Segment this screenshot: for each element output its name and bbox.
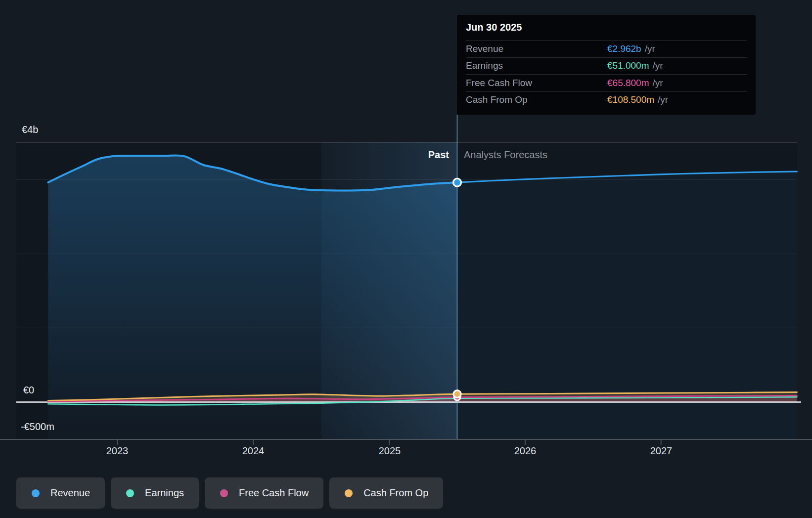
legend-item-cash-from-op[interactable]: Cash From Op (329, 477, 443, 509)
x-axis-label-2025: 2025 (379, 444, 401, 458)
analysts-forecasts-label: Analysts Forecasts (464, 148, 547, 162)
tooltip-value: €2.962b (607, 43, 641, 54)
y-axis-label-neg500m: -€500m (21, 420, 54, 433)
x-axis-label-2024: 2024 (242, 444, 265, 458)
tooltip-unit: /yr (645, 43, 655, 54)
x-axis-label-2027: 2027 (650, 444, 673, 458)
cash-from-op-dot-icon (345, 489, 353, 497)
tooltip-label: Earnings (466, 60, 503, 71)
legend-item-earnings[interactable]: Earnings (111, 477, 199, 509)
x-axis-label-2026: 2026 (514, 444, 537, 458)
tooltip-row-earnings: Earnings €51.000m/yr (466, 57, 747, 75)
tooltip-value: €65.800m (607, 78, 649, 88)
legend-label: Revenue (50, 487, 90, 499)
legend: Revenue Earnings Free Cash Flow Cash Fro… (16, 477, 443, 509)
tooltip-row-free-cash-flow: Free Cash Flow €65.800m/yr (466, 74, 747, 91)
legend-label: Free Cash Flow (239, 487, 309, 499)
tooltip-label: Revenue (466, 43, 503, 54)
tooltip-value: €108.500m (607, 94, 654, 105)
tooltip-row-revenue: Revenue €2.962b/yr (466, 40, 747, 57)
past-label: Past (428, 148, 449, 162)
y-axis-label-0: €0 (23, 383, 34, 397)
free-cash-flow-dot-icon (220, 489, 228, 497)
tooltip-label: Free Cash Flow (466, 78, 532, 88)
tooltip-label: Cash From Op (466, 94, 528, 105)
y-axis-label-4b: €4b (22, 123, 38, 136)
legend-item-free-cash-flow[interactable]: Free Cash Flow (205, 477, 323, 509)
hover-tooltip: Jun 30 2025 Revenue €2.962b/yr Earnings … (457, 15, 756, 115)
tooltip-row-cash-from-op: Cash From Op €108.500m/yr (466, 91, 747, 109)
x-axis-label-2023: 2023 (106, 444, 129, 458)
revenue-dot-icon (32, 489, 40, 497)
tooltip-unit: /yr (653, 78, 663, 88)
earnings-dot-icon (126, 489, 134, 497)
tooltip-date: Jun 30 2025 (466, 15, 747, 40)
tooltip-unit: /yr (653, 60, 663, 71)
tooltip-value: €51.000m (607, 60, 649, 71)
legend-label: Earnings (145, 487, 184, 499)
tooltip-unit: /yr (658, 94, 668, 105)
legend-item-revenue[interactable]: Revenue (16, 477, 105, 509)
legend-label: Cash From Op (363, 487, 428, 499)
